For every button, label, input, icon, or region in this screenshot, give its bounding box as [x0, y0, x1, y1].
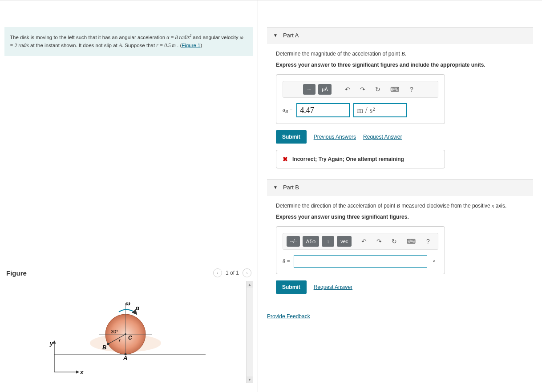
- c-label: C: [128, 335, 132, 341]
- help-button[interactable]: ?: [422, 236, 434, 247]
- figure-link[interactable]: Figure 1: [182, 43, 200, 48]
- redo-button[interactable]: ↷: [373, 236, 385, 247]
- part-b-title: Part B: [283, 184, 299, 191]
- part-b-submit-button[interactable]: Submit: [276, 280, 307, 294]
- figure-page-indicator: 1 of 1: [226, 270, 239, 276]
- templates-button[interactable]: ▫√▫: [287, 236, 300, 247]
- part-a-header[interactable]: ▼ Part A: [267, 27, 533, 44]
- part-b-header[interactable]: ▼ Part B: [267, 179, 533, 196]
- part-b-instruction: Determine the direction of the accelerat…: [276, 203, 524, 209]
- y-axis-label: y: [49, 340, 53, 347]
- figure-image: ω α 30° C r B A y x: [4, 281, 246, 388]
- part-a-title: Part A: [283, 32, 299, 39]
- greek-button[interactable]: ΑΣφ: [303, 236, 319, 247]
- incorrect-icon: ✖: [283, 156, 288, 163]
- feedback-text: Incorrect; Try Again; One attempt remain…: [292, 156, 404, 162]
- undo-button[interactable]: ↶: [358, 236, 370, 247]
- part-b-value-input[interactable]: [294, 255, 427, 268]
- part-b-request-answer-link[interactable]: Request Answer: [314, 284, 352, 290]
- part-a-units-input[interactable]: [353, 103, 407, 117]
- redo-button[interactable]: ↷: [356, 84, 369, 95]
- angle-label: 30°: [111, 329, 118, 334]
- svg-point-6: [125, 333, 126, 335]
- part-a-value-input[interactable]: [296, 103, 350, 117]
- help-button[interactable]: ?: [405, 84, 418, 95]
- undo-button[interactable]: ↶: [341, 84, 354, 95]
- scroll-up-icon[interactable]: ▲: [247, 281, 253, 288]
- provide-feedback-link[interactable]: Provide Feedback: [267, 313, 310, 320]
- micro-angstrom-button[interactable]: μÅ: [318, 84, 332, 95]
- units-fraction-button[interactable]: ▫▫: [303, 84, 315, 95]
- text: The disk is moving to the left such that…: [10, 35, 166, 40]
- figure-title: Figure: [6, 269, 27, 277]
- part-b-format-instruction: Express your answer using three signific…: [276, 214, 524, 220]
- part-a-feedback: ✖ Incorrect; Try Again; One attempt rema…: [276, 150, 445, 168]
- part-a-request-answer-link[interactable]: Request Answer: [363, 134, 402, 140]
- figure-scrollbar[interactable]: ▲ ▼: [246, 281, 253, 383]
- part-a-answer-box: ▫▫ μÅ ↶ ↷ ↻ ⌨ ? aB =: [276, 74, 445, 124]
- problem-statement: The disk is moving to the left such that…: [4, 27, 253, 56]
- vec-button[interactable]: vec: [337, 236, 352, 247]
- figure-prev-button[interactable]: ‹: [213, 268, 222, 277]
- caret-down-icon: ▼: [273, 33, 278, 38]
- omega-label: ω: [125, 300, 130, 307]
- theta-label: θ =: [283, 258, 290, 265]
- x-axis-label: x: [80, 369, 84, 376]
- caret-down-icon: ▼: [273, 185, 278, 190]
- a-label: A: [123, 355, 127, 361]
- reset-button[interactable]: ↻: [372, 84, 384, 95]
- part-a-submit-button[interactable]: Submit: [276, 130, 307, 144]
- figure-next-button[interactable]: ›: [243, 268, 251, 277]
- alpha-label: α: [136, 304, 140, 311]
- part-a-format-instruction: Express your answer to three significant…: [276, 62, 524, 68]
- part-a-previous-answers-link[interactable]: Previous Answers: [314, 134, 356, 140]
- degree-unit: ∘: [433, 258, 436, 264]
- reset-button[interactable]: ↻: [388, 236, 400, 247]
- keyboard-button[interactable]: ⌨: [403, 236, 419, 247]
- b-label: B: [102, 344, 106, 351]
- svg-point-7: [107, 343, 109, 345]
- part-b-answer-box: ▫√▫ ΑΣφ ↕ vec ↶ ↷ ↻ ⌨ ? θ = ∘: [276, 226, 445, 274]
- updown-button[interactable]: ↕: [322, 236, 334, 247]
- part-a-instruction: Determine the magnitude of the accelerat…: [276, 51, 524, 57]
- keyboard-button[interactable]: ⌨: [387, 84, 403, 95]
- scroll-down-icon[interactable]: ▼: [247, 376, 253, 383]
